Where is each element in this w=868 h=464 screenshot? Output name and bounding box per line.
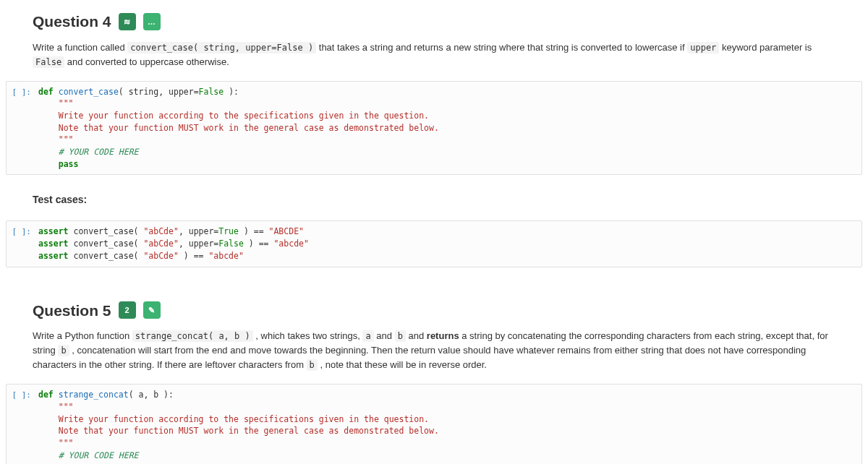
fn-name: strange_concat bbox=[59, 390, 129, 400]
q5-desc-mid1: , which takes two strings, bbox=[255, 330, 362, 341]
docstring-open: """ bbox=[59, 402, 74, 412]
q5-b-code-2: b bbox=[58, 345, 69, 356]
q4-tests-heading-block: Test cases: bbox=[0, 182, 868, 218]
question-5-title-row: Question 5 2 ✎ bbox=[33, 295, 835, 327]
and1: and bbox=[376, 330, 394, 341]
docstring-line1: Write your function according to the spe… bbox=[59, 414, 429, 424]
returns-bold: returns bbox=[427, 330, 459, 341]
your-code-comment: # YOUR CODE HERE bbox=[59, 147, 139, 157]
eq: ) == bbox=[179, 251, 209, 261]
arg: "abCde" bbox=[143, 251, 178, 261]
question-4-description: Write a function called convert_case( st… bbox=[33, 38, 835, 69]
q4-signature-code: convert_case( string, upper=False ) bbox=[127, 42, 316, 53]
q5-a-code: a bbox=[362, 330, 373, 342]
q4-desc-mid1: that takes a string and returns a new st… bbox=[319, 42, 687, 53]
cell-prompt: [ ]: bbox=[7, 82, 35, 99]
question-4-heading-block: Question 4 ≋ … Write a function called c… bbox=[0, 0, 868, 78]
q5-desc-pre: Write a Python function bbox=[33, 330, 132, 341]
pass-keyword: pass bbox=[59, 159, 79, 169]
question-5-title: Question 5 bbox=[33, 299, 111, 322]
q4-badge-1-icon: ≋ bbox=[119, 13, 136, 30]
arg: "abCde" bbox=[143, 239, 178, 249]
eq: ) == bbox=[239, 226, 269, 236]
def-keyword: def bbox=[38, 87, 54, 97]
assert-kw: assert bbox=[38, 239, 69, 249]
q5-code-body[interactable]: def strange_concat( a, b ): """ Write yo… bbox=[35, 384, 861, 464]
mid: , upper= bbox=[179, 239, 218, 249]
q4-code-cell[interactable]: [ ]: def convert_case( string, upper=Fal… bbox=[6, 81, 862, 176]
q4-tests-cell[interactable]: [ ]: assert convert_case( "abCde", upper… bbox=[6, 220, 862, 267]
q4-tests-body[interactable]: assert convert_case( "abCde", upper=True… bbox=[35, 221, 861, 266]
question-5-description: Write a Python function strange_concat( … bbox=[33, 326, 835, 372]
q4-upper-code: upper bbox=[687, 42, 719, 53]
q4-false-code: False bbox=[33, 56, 64, 68]
docstring-line2: Note that your function MUST work in the… bbox=[59, 426, 439, 436]
docstring-line2: Note that your function MUST work in the… bbox=[59, 123, 439, 133]
docstring-close: """ bbox=[59, 438, 74, 448]
expected: "abcde" bbox=[273, 239, 308, 249]
mid: , upper= bbox=[179, 226, 218, 236]
call: convert_case( bbox=[69, 239, 144, 249]
q4-desc-mid2: keyword parameter is bbox=[722, 42, 812, 53]
question-4-title: Question 4 bbox=[33, 10, 111, 33]
q5-badge-2-icon: ✎ bbox=[143, 301, 161, 319]
q4-badge-2-icon: … bbox=[143, 13, 161, 30]
call: convert_case( bbox=[69, 251, 144, 261]
expected: "ABCDE" bbox=[269, 226, 304, 236]
q4-desc-pre: Write a function called bbox=[33, 42, 127, 53]
params-open: ( string, upper= bbox=[119, 87, 199, 97]
arg: "abCde" bbox=[143, 226, 178, 236]
q5-signature-code: strange_concat( a, b ) bbox=[132, 330, 253, 342]
cell-prompt: [ ]: bbox=[7, 221, 35, 239]
q5-desc-post: , note that these will be in reverse ord… bbox=[320, 359, 487, 370]
bool: True bbox=[218, 226, 239, 236]
assert-kw: assert bbox=[38, 251, 69, 261]
params-close: ): bbox=[224, 87, 239, 97]
bool: False bbox=[218, 239, 244, 249]
def-keyword: def bbox=[38, 390, 54, 400]
cell-prompt: [ ]: bbox=[7, 384, 35, 402]
docstring-open: """ bbox=[59, 98, 74, 108]
expected: "abcde" bbox=[208, 251, 243, 261]
call: convert_case( bbox=[69, 226, 144, 236]
q4-tests-heading: Test cases: bbox=[33, 188, 835, 209]
eq: ) == bbox=[244, 239, 274, 249]
docstring-close: """ bbox=[59, 134, 74, 145]
q5-b-code: b bbox=[395, 330, 406, 342]
q5-code-cell[interactable]: [ ]: def strange_concat( a, b ): """ Wri… bbox=[6, 384, 862, 464]
assert-kw: assert bbox=[38, 226, 69, 236]
fn-name: convert_case bbox=[59, 87, 119, 97]
question-4-title-row: Question 4 ≋ … bbox=[33, 6, 835, 38]
false-literal: False bbox=[199, 87, 224, 97]
your-code-comment: # YOUR CODE HERE bbox=[59, 450, 139, 460]
and2: and bbox=[409, 330, 427, 341]
q5-b-code-3: b bbox=[307, 359, 318, 371]
docstring-line1: Write your function according to the spe… bbox=[59, 111, 429, 121]
question-5-heading-block: Question 5 2 ✎ Write a Python function s… bbox=[0, 275, 868, 382]
q5-badge-1-icon: 2 bbox=[119, 301, 136, 319]
q4-code-body[interactable]: def convert_case( string, upper=False ):… bbox=[35, 82, 861, 175]
q4-desc-post: and converted to uppercase otherwise. bbox=[67, 56, 229, 67]
params: ( a, b ): bbox=[129, 390, 174, 400]
